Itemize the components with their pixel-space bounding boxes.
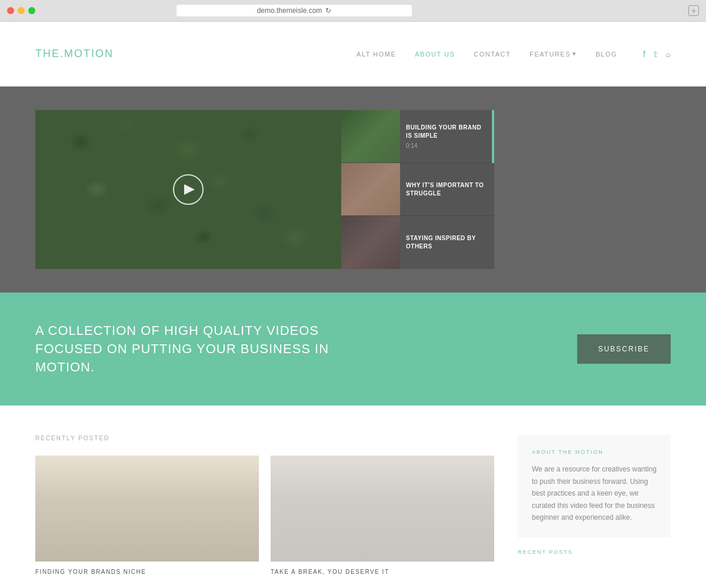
post-title-2: TAKE A BREAK, YOU DESERVE IT [271, 569, 494, 575]
dropdown-arrow-icon: ▾ [572, 50, 577, 58]
nav-about-us[interactable]: ABOUT US [415, 51, 455, 58]
website: THE.MOTION ALT HOME ABOUT US CONTACT FEA… [0, 22, 706, 588]
main-content: RECENTLY POSTED FINDING YOUR BRANDS NICH… [0, 406, 706, 588]
hero-section: BUILDING YOUR BRAND IS SIMPLE 0:14 WHY I… [0, 87, 706, 293]
social-links: f 𝕥 ⌕ [643, 49, 671, 59]
minimize-button[interactable] [18, 7, 25, 14]
close-button[interactable] [7, 7, 14, 14]
search-icon[interactable]: ⌕ [666, 49, 671, 59]
posts-section: RECENTLY POSTED FINDING YOUR BRANDS NICH… [35, 435, 494, 575]
sidebar-video-item-1[interactable]: BUILDING YOUR BRAND IS SIMPLE 0:14 [341, 110, 494, 163]
about-widget-title: ABOUT THE MOTION [532, 449, 657, 455]
subscribe-button[interactable]: SUBSCRIBE [577, 334, 671, 364]
sidebar-video-item-3[interactable]: STAYING INSPIRED BY OTHERS [341, 216, 494, 269]
sidebar-item-title-2: WHY IT'S IMPORTANT TO STRUGGLE [406, 181, 488, 198]
refresh-icon[interactable]: ↻ [325, 6, 331, 15]
post-card-2[interactable]: TAKE A BREAK, YOU DESERVE IT [271, 456, 494, 575]
play-icon [184, 184, 195, 195]
sidebar-item-text-2: WHY IT'S IMPORTANT TO STRUGGLE [400, 177, 494, 202]
main-video[interactable] [35, 110, 341, 269]
sidebar-item-text-1: BUILDING YOUR BRAND IS SIMPLE 0:14 [400, 119, 494, 154]
site-logo[interactable]: THE.MOTION [35, 48, 114, 60]
sidebar-thumb-1 [341, 110, 400, 163]
posts-grid: FINDING YOUR BRANDS NICHE TAKE A BREAK, … [35, 456, 494, 575]
site-header: THE.MOTION ALT HOME ABOUT US CONTACT FEA… [0, 22, 706, 87]
video-overlay [35, 110, 341, 269]
sidebar-item-text-3: STAYING INSPIRED BY OTHERS [400, 230, 494, 255]
nav-alt-home[interactable]: ALT HOME [357, 51, 396, 58]
cta-banner: A COLLECTION OF HIGH QUALITY VIDEOS FOCU… [0, 293, 706, 406]
post-image-2 [271, 456, 494, 562]
post-img-cafe [35, 456, 259, 562]
sidebar-accent [492, 110, 494, 163]
post-img-bedroom [271, 456, 494, 562]
sidebar-thumb-3 [341, 216, 400, 269]
twitter-icon[interactable]: 𝕥 [654, 49, 658, 59]
post-card-1[interactable]: FINDING YOUR BRANDS NICHE [35, 456, 259, 575]
sidebar-thumb-2 [341, 163, 400, 216]
cta-text: A COLLECTION OF HIGH QUALITY VIDEOS FOCU… [35, 322, 359, 376]
address-bar[interactable]: demo.themeisle.com ↻ [176, 5, 412, 16]
sidebar-item-time-1: 0:14 [406, 142, 488, 149]
new-tab-button[interactable]: + [688, 5, 699, 16]
nav-contact[interactable]: CONTACT [474, 51, 511, 58]
browser-chrome: demo.themeisle.com ↻ + [0, 0, 706, 22]
sidebar-item-title-1: BUILDING YOUR BRAND IS SIMPLE [406, 124, 488, 140]
url-text: demo.themeisle.com [257, 6, 322, 15]
facebook-icon[interactable]: f [643, 49, 645, 59]
nav-blog[interactable]: BLOG [596, 51, 618, 58]
traffic-lights [7, 7, 35, 14]
post-title-1: FINDING YOUR BRANDS NICHE [35, 569, 259, 575]
recent-posts-title: RECENT POSTS [518, 549, 671, 555]
sidebar-widget: ABOUT THE MOTION We are a resource for c… [518, 435, 671, 575]
about-widget-text: We are a resource for creatives wanting … [532, 463, 657, 523]
cafe-bg [35, 456, 259, 562]
video-sidebar: BUILDING YOUR BRAND IS SIMPLE 0:14 WHY I… [341, 110, 494, 269]
play-button[interactable] [173, 174, 204, 205]
sidebar-item-title-3: STAYING INSPIRED BY OTHERS [406, 234, 488, 251]
recently-posted-label: RECENTLY POSTED [35, 435, 494, 441]
maximize-button[interactable] [28, 7, 35, 14]
nav-features[interactable]: FEATURES ▾ [530, 50, 577, 58]
about-widget: ABOUT THE MOTION We are a resource for c… [518, 435, 671, 537]
sidebar-video-item-2[interactable]: WHY IT'S IMPORTANT TO STRUGGLE [341, 163, 494, 216]
post-image-1 [35, 456, 259, 562]
bedroom-bg [271, 456, 494, 562]
site-nav: ALT HOME ABOUT US CONTACT FEATURES ▾ BLO… [357, 49, 671, 59]
